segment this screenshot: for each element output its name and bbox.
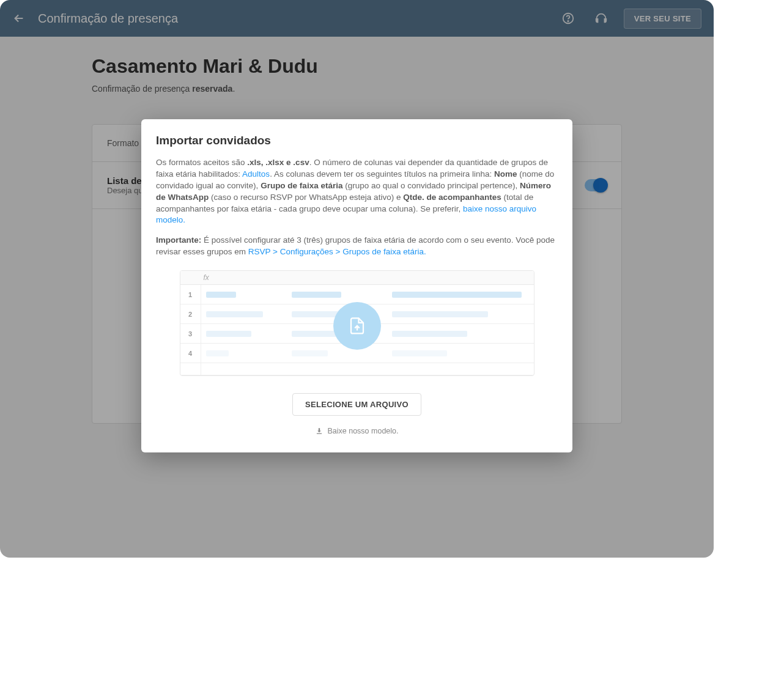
adults-link[interactable]: Adultos: [242, 169, 270, 179]
select-file-button[interactable]: SELECIONE UM ARQUIVO: [292, 393, 421, 416]
modal-paragraph-1: Os formatos aceitos são .xls, .xlsx e .c…: [156, 157, 558, 226]
sheet-row: [180, 363, 534, 375]
download-icon: [315, 427, 324, 435]
modal-paragraph-2: Importante: É possível configurar até 3 …: [156, 235, 558, 258]
modal-overlay[interactable]: Importar convidados Os formatos aceitos …: [0, 0, 714, 558]
fx-bar: fx: [180, 271, 534, 285]
import-guests-modal: Importar convidados Os formatos aceitos …: [141, 119, 572, 452]
modal-title: Importar convidados: [156, 134, 558, 147]
download-model-text: Baixe nosso modelo.: [327, 427, 398, 435]
rsvp-settings-link[interactable]: RSVP > Configurações > Grupos de faixa e…: [248, 247, 426, 256]
spreadsheet-preview: fx 1 2 3: [180, 270, 534, 376]
download-model-link[interactable]: Baixe nosso modelo.: [156, 427, 558, 435]
upload-circle: [333, 302, 381, 350]
fx-label: fx: [204, 273, 209, 282]
file-upload-icon: [348, 317, 366, 335]
